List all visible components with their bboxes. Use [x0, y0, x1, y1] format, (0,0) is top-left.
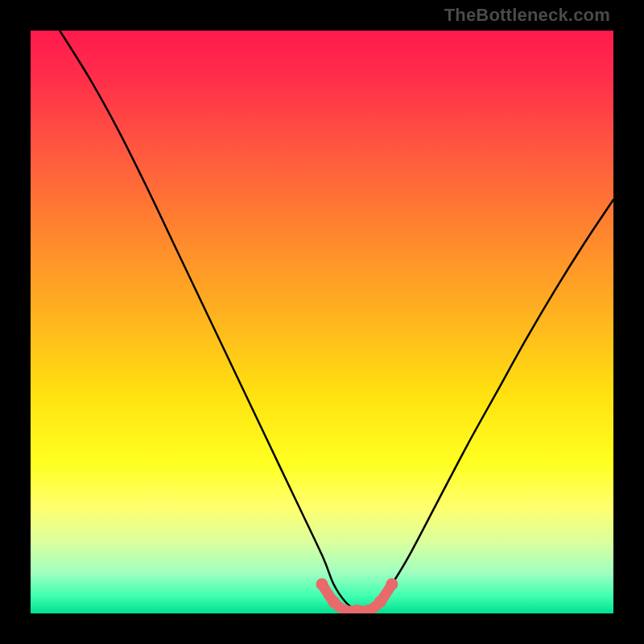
attribution-text: TheBottleneck.com [444, 5, 610, 26]
chart-frame: TheBottleneck.com [0, 0, 644, 644]
highlight-dot [374, 596, 386, 608]
highlight-dot [316, 578, 328, 590]
highlight-dot [328, 596, 340, 608]
plot-area [31, 31, 613, 613]
chart-svg [31, 31, 613, 613]
bottleneck-curve [60, 31, 613, 612]
highlight-dot [386, 578, 398, 590]
